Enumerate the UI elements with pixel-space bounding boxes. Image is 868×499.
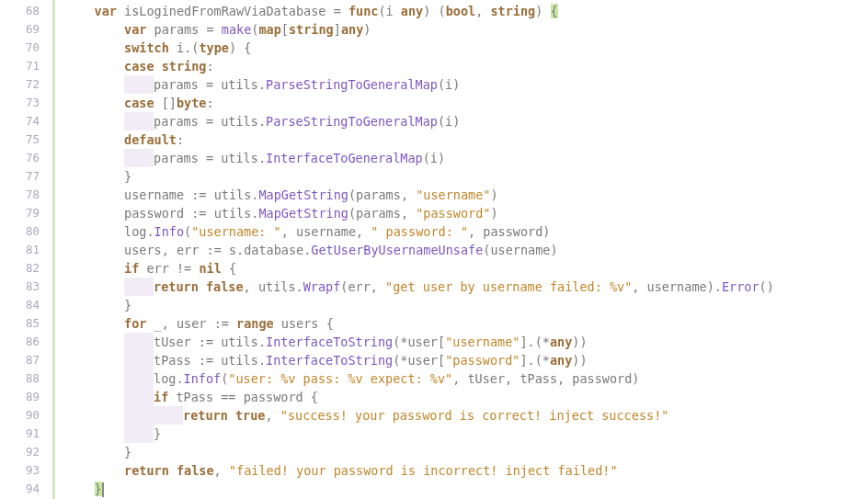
code-line[interactable]: tUser := utils.InterfaceToString(*user["… <box>64 333 868 351</box>
line-number: 87 <box>0 351 40 369</box>
line-number: 84 <box>0 296 40 314</box>
code-line[interactable]: return false, utils.Wrapf(err, "get user… <box>64 278 868 296</box>
line-number: 78 <box>0 186 40 204</box>
code-line[interactable]: password := utils.MapGetString(params, "… <box>64 204 868 222</box>
code-line[interactable]: tPass := utils.InterfaceToString(*user["… <box>64 351 868 369</box>
line-number: 93 <box>0 461 40 480</box>
code-line[interactable]: log.Infof("user: %v pass: %v expect: %v"… <box>64 369 868 388</box>
code-editor[interactable]: 6869707172737475767778798081828384858687… <box>0 0 868 499</box>
line-number: 70 <box>0 39 40 57</box>
code-line[interactable]: var params = make(map[string]any) <box>64 20 868 39</box>
line-number: 82 <box>0 259 40 278</box>
code-line[interactable]: username := utils.MapGetString(params, "… <box>64 186 868 204</box>
line-number-gutter: 6869707172737475767778798081828384858687… <box>0 0 55 499</box>
code-line[interactable]: params = utils.ParseStringToGeneralMap(i… <box>64 75 868 94</box>
line-number: 90 <box>0 406 40 425</box>
code-line[interactable]: } <box>64 167 868 186</box>
line-number: 81 <box>0 241 40 259</box>
code-line[interactable]: var isLoginedFromRawViaDatabase = func(i… <box>64 2 868 20</box>
code-line[interactable]: if tPass == password { <box>64 388 868 406</box>
code-line[interactable]: switch i.(type) { <box>64 39 868 57</box>
code-line[interactable]: for _, user := range users { <box>64 314 868 333</box>
code-line[interactable]: if err != nil { <box>64 259 868 278</box>
line-number: 69 <box>0 20 40 39</box>
code-line[interactable]: } <box>64 296 868 314</box>
line-number: 68 <box>0 2 40 20</box>
code-line[interactable]: } <box>64 425 868 443</box>
line-number: 83 <box>0 278 40 296</box>
code-line[interactable]: users, err := s.database.GetUserByUserna… <box>64 241 868 259</box>
line-number: 88 <box>0 369 40 388</box>
line-number: 74 <box>0 112 40 130</box>
line-number: 92 <box>0 443 40 461</box>
line-number: 79 <box>0 204 40 222</box>
line-number: 71 <box>0 57 40 75</box>
line-number: 75 <box>0 130 40 149</box>
code-line[interactable]: } <box>64 480 868 498</box>
line-number: 72 <box>0 75 40 94</box>
code-line[interactable]: default: <box>64 130 868 149</box>
line-number: 86 <box>0 333 40 351</box>
text-cursor <box>102 482 104 497</box>
code-area[interactable]: var isLoginedFromRawViaDatabase = func(i… <box>55 0 868 499</box>
line-number: 91 <box>0 425 40 443</box>
code-line[interactable]: params = utils.ParseStringToGeneralMap(i… <box>64 112 868 130</box>
line-number: 76 <box>0 149 40 167</box>
line-number: 73 <box>0 94 40 112</box>
code-line[interactable]: case string: <box>64 57 868 75</box>
code-line[interactable]: return true, "success! your password is … <box>64 406 868 425</box>
code-line[interactable]: log.Info("username: ", username, " passw… <box>64 222 868 241</box>
line-number: 89 <box>0 388 40 406</box>
line-number: 80 <box>0 222 40 241</box>
code-line[interactable]: return false, "failed! your password is … <box>64 461 868 480</box>
line-number: 94 <box>0 480 40 498</box>
code-line[interactable]: params = utils.InterfaceToGeneralMap(i) <box>64 149 868 167</box>
line-number: 77 <box>0 167 40 186</box>
code-line[interactable]: } <box>64 443 868 461</box>
line-number: 85 <box>0 314 40 333</box>
code-line[interactable]: case []byte: <box>64 94 868 112</box>
